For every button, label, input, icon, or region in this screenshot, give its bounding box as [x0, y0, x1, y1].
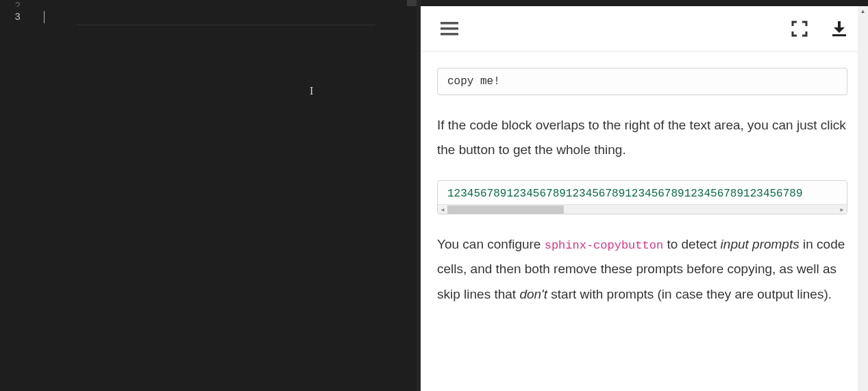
p2-part4: start with prompts (in case they are out… [547, 287, 832, 301]
svg-rect-0 [441, 22, 458, 25]
editor-line-divider [77, 25, 375, 25]
svg-rect-2 [441, 33, 458, 36]
preview-titlebar [421, 0, 868, 6]
p2-part1: You can configure [437, 237, 545, 251]
editor-vertical-scrollbar[interactable] [407, 0, 417, 391]
code-horizontal-scrollbar[interactable]: ◄ ► [438, 204, 847, 214]
italic-dont: don't [519, 287, 547, 301]
code-block-copy-me[interactable]: copy me! [437, 68, 847, 95]
hamburger-icon[interactable] [440, 19, 459, 38]
scroll-left-arrow-icon[interactable]: ◄ [438, 205, 447, 214]
editor-cursor [44, 11, 45, 23]
download-icon[interactable] [830, 19, 849, 38]
scroll-right-arrow-icon[interactable]: ► [837, 205, 847, 214]
editor-content[interactable]: I [38, 0, 417, 391]
code-block-long-number[interactable]: 1234567891234567891234567891234567891234… [437, 180, 847, 214]
app-root: 2 3 I copy [0, 0, 868, 391]
scroll-up-arrow-icon[interactable]: ▲ [858, 6, 868, 16]
text-cursor-icon: I [310, 85, 313, 97]
preview-vertical-scrollbar[interactable]: ▲ [858, 6, 868, 391]
italic-input-prompts: input prompts [721, 237, 799, 251]
preview-pane: copy me! If the code block overlaps to t… [421, 0, 868, 391]
editor-pane[interactable]: 2 3 I [0, 0, 417, 391]
editor-gutter: 2 3 [0, 0, 38, 391]
paragraph-overlap: If the code block overlaps to the right … [437, 113, 847, 162]
scroll-thumb[interactable] [447, 205, 564, 214]
inline-code-sphinx-copybutton: sphinx-copybutton [545, 239, 663, 252]
code-text-long: 1234567891234567891234567891234567891234… [438, 181, 847, 204]
p2-part2: to detect [663, 237, 720, 251]
paragraph-configure: You can configure sphinx-copybutton to d… [437, 232, 847, 306]
fullscreen-icon[interactable] [790, 19, 809, 38]
preview-body[interactable]: copy me! If the code block overlaps to t… [421, 51, 868, 391]
line-number-prev: 2 [0, 0, 21, 7]
svg-rect-3 [832, 34, 846, 36]
line-number: 3 [0, 7, 21, 24]
preview-toolbar [421, 6, 868, 51]
code-text: copy me! [447, 75, 500, 88]
svg-rect-1 [441, 27, 458, 30]
